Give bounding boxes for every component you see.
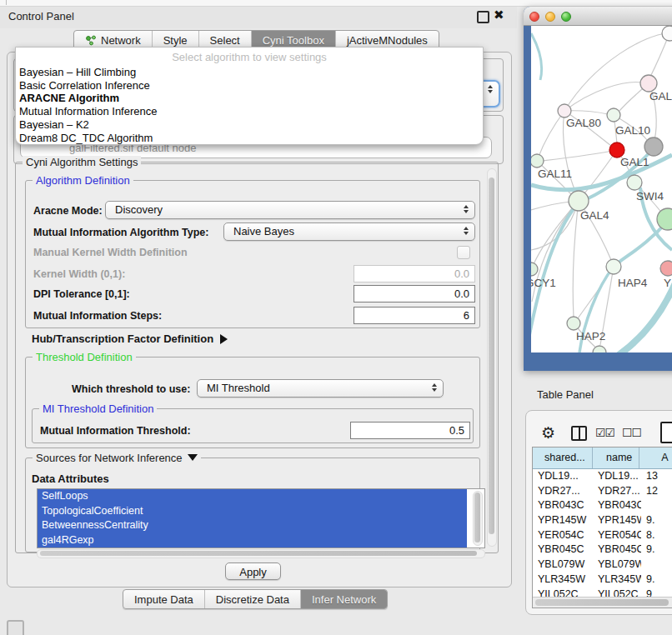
network-node[interactable]	[662, 26, 672, 41]
list-scrollbar-track[interactable]	[473, 491, 483, 546]
network-node-gal80[interactable]	[558, 104, 571, 118]
network-node-gal10[interactable]	[607, 108, 620, 122]
node-label: GAL1	[620, 156, 649, 168]
node-label: GAL11	[538, 168, 572, 180]
mi-type-combobox[interactable]: Naive Bayes	[223, 222, 475, 241]
network-node-gal4[interactable]	[569, 191, 589, 211]
combo-arrows-icon	[464, 205, 469, 213]
manual-kernel-checkbox[interactable]	[457, 246, 470, 259]
network-node-gcy1[interactable]	[531, 262, 538, 276]
list-item-betweennesscentrality[interactable]: BetweennessCentrality	[38, 518, 467, 533]
network-window-titlebar[interactable]	[524, 7, 672, 26]
table-row[interactable]: YBR043CYBR043C	[533, 498, 672, 513]
close-panel-icon[interactable]: ✖	[494, 8, 504, 22]
network-node-hap4[interactable]	[606, 259, 621, 274]
zoom-traffic-light-icon[interactable]	[561, 12, 571, 22]
table-row[interactable]: YPR145WYPR145W9.	[533, 513, 672, 528]
deselect-all-columns-icon[interactable]: ☐☐	[622, 426, 641, 439]
network-node-gal11[interactable]	[531, 154, 544, 168]
list-item-selfloops[interactable]: SelfLoops	[38, 489, 467, 504]
node-label: GAL80	[566, 117, 601, 129]
mi-threshold-group-title: MI Threshold Definition	[39, 402, 157, 415]
mi-threshold-field[interactable]: 0.5	[350, 422, 470, 439]
algorithm-dropdown-popup: Select algorithm to view settings Bayesi…	[15, 47, 484, 145]
dpi-tolerance-label: DPI Tolerance [0,1]:	[33, 288, 130, 300]
network-node-gal[interactable]	[640, 75, 657, 92]
select-all-columns-icon[interactable]: ☑☑	[595, 426, 614, 439]
node-label: HAP4	[618, 277, 648, 289]
close-traffic-light-icon[interactable]	[529, 12, 539, 22]
table-row[interactable]: YDL19...YDL19...13	[533, 469, 672, 484]
list-item-topologicalcoefficient[interactable]: TopologicalCoefficient	[38, 504, 467, 519]
network-node-swi4[interactable]	[627, 175, 642, 190]
aracne-mode-label: Aracne Mode:	[33, 205, 103, 217]
network-node-gray[interactable]	[644, 138, 663, 156]
expand-right-icon	[220, 334, 228, 344]
tab-infer-network[interactable]: Infer Network	[301, 590, 387, 608]
gear-icon[interactable]: ⚙	[541, 423, 555, 442]
dropdown-item-mutual-information[interactable]: Mutual Information Inference	[19, 105, 479, 118]
control-panel-titlebar	[0, 7, 517, 28]
column-header-partial[interactable]: A	[639, 448, 672, 468]
list-scrollbar-thumb[interactable]	[474, 492, 480, 542]
table-row[interactable]: YIL052CYIL052C9	[533, 588, 672, 598]
mi-steps-label: Mutual Information Steps:	[33, 310, 162, 322]
minimize-traffic-light-icon[interactable]	[545, 12, 555, 22]
column-header-name[interactable]: name	[593, 448, 640, 468]
settings-scrollbar-track[interactable]	[487, 168, 497, 547]
network-canvas[interactable]: GAL GAL80 GAL10 GAL1 GAL11 SWI4 GAL4 GCY…	[531, 26, 672, 352]
node-table: shared... name A YDL19...YDL19...13 YDR2…	[532, 447, 672, 608]
table-row[interactable]: YDR27...YDR27...12	[533, 484, 672, 499]
dropdown-item-basic-correlation[interactable]: Basic Correlation Inference	[19, 79, 479, 92]
network-node-hap2[interactable]	[567, 317, 580, 330]
network-view-window: GAL GAL80 GAL10 GAL1 GAL11 SWI4 GAL4 GCY…	[524, 7, 672, 371]
new-table-icon[interactable]	[660, 422, 672, 443]
table-row[interactable]: YLR345WYLR345W9.	[533, 572, 672, 588]
sources-group-title[interactable]: Sources for Network Inference	[33, 452, 201, 464]
which-threshold-combobox[interactable]: MI Threshold	[197, 379, 444, 398]
table-panel-title: Table Panel	[537, 388, 594, 401]
collapse-down-icon	[188, 454, 198, 461]
column-header-shared-name[interactable]: shared...	[533, 448, 593, 468]
list-item-gal4rgexp[interactable]: gal4RGexp	[38, 533, 467, 548]
node-label: SWI4	[636, 190, 664, 202]
kernel-width-field[interactable]: 0.0	[354, 265, 475, 282]
tab-discretize-data[interactable]: Discretize Data	[205, 590, 301, 608]
list-hscrollbar-thumb[interactable]	[40, 551, 477, 556]
dropdown-item-dream8[interactable]: Dream8 DC_TDC Algorithm	[19, 132, 479, 145]
table-header-row: shared... name A	[533, 448, 672, 469]
node-label: Y	[664, 277, 671, 289]
aracne-mode-combobox[interactable]: Discovery	[105, 201, 475, 219]
network-icon	[85, 35, 97, 46]
table-hscrollbar-thumb[interactable]	[535, 599, 669, 606]
algorithm-definition-title: Algorithm Definition	[33, 174, 133, 187]
table-row[interactable]: YBR045CYBR045C9.	[533, 542, 672, 558]
which-threshold-label: Which threshold to use:	[72, 383, 190, 395]
network-node-green-large[interactable]	[657, 208, 672, 230]
network-node-salmon[interactable]	[660, 261, 672, 276]
dropdown-item-bayesian-k2[interactable]: Bayesian – K2	[19, 118, 479, 132]
table-row[interactable]: YBL079WYBL079W	[533, 558, 672, 572]
table-row[interactable]: YER054CYER054C8.	[533, 528, 672, 543]
dropdown-item-bayesian-hill-climbing[interactable]: Bayesian – Hill Climbing	[19, 66, 479, 79]
docked-panel-icon[interactable]	[7, 620, 24, 635]
network-graph: GAL GAL80 GAL10 GAL1 GAL11 SWI4 GAL4 GCY…	[531, 26, 672, 352]
column-layout-icon[interactable]	[571, 426, 587, 441]
list-hscrollbar-track[interactable]	[37, 549, 485, 558]
table-hscrollbar-track[interactable]	[533, 597, 672, 608]
combo-arrows-icon	[432, 383, 437, 392]
settings-scrollbar-thumb[interactable]	[489, 178, 494, 534]
mi-steps-field[interactable]: 6	[354, 307, 475, 324]
node-label: GCY1	[531, 277, 556, 289]
top-toolbar-strip	[0, 0, 672, 7]
tab-impute-data[interactable]: Impute Data	[123, 590, 205, 608]
table-body: YDL19...YDL19...13 YDR27...YDR27...12 YB…	[533, 469, 672, 597]
dropdown-item-aracne[interactable]: ARACNE Algorithm	[19, 92, 479, 105]
dropdown-prompt: Select algorithm to view settings	[16, 51, 483, 63]
dpi-tolerance-field[interactable]: 0.0	[354, 285, 475, 302]
manual-kernel-label: Manual Kernel Width Definition	[33, 247, 188, 258]
threshold-definition-title: Threshold Definition	[33, 351, 136, 363]
hub-definition-toggle[interactable]: Hub/Transcription Factor Definition	[32, 332, 228, 345]
apply-button[interactable]: Apply	[225, 562, 281, 580]
float-panel-icon[interactable]	[477, 11, 489, 23]
